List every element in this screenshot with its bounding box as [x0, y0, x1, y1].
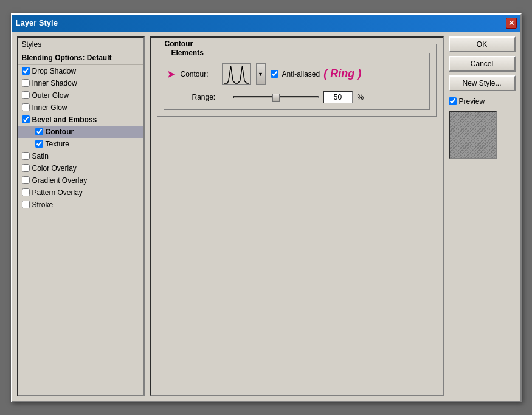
bevel-emboss-checkbox[interactable] — [22, 115, 30, 123]
right-panel: OK Cancel New Style... Preview — [449, 36, 516, 396]
drop-shadow-checkbox[interactable] — [22, 67, 30, 75]
contour-svg — [223, 64, 250, 84]
layer-item-outer-glow[interactable]: Outer Glow — [18, 89, 143, 101]
inner-shadow-checkbox[interactable] — [22, 79, 30, 87]
title-bar: Layer Style ✕ — [12, 15, 520, 32]
contour-checkbox[interactable] — [35, 128, 43, 135]
elements-group: Elements ➤ Contour: ▼ — [164, 53, 430, 110]
outer-glow-checkbox[interactable] — [22, 91, 30, 99]
inner-glow-label: Inner Glow — [32, 103, 67, 112]
percent-label: % — [358, 93, 364, 101]
cancel-button[interactable]: Cancel — [449, 56, 516, 72]
preview-section: Preview — [449, 97, 516, 159]
range-slider-thumb[interactable] — [272, 94, 280, 102]
color-overlay-label: Color Overlay — [32, 164, 77, 173]
dialog-body: Styles Blending Options: Default Drop Sh… — [12, 32, 520, 401]
bevel-emboss-label: Bevel and Emboss — [32, 115, 97, 124]
dialog-title: Layer Style — [16, 18, 58, 27]
close-button[interactable]: ✕ — [506, 18, 517, 29]
color-overlay-checkbox[interactable] — [22, 164, 30, 172]
stroke-label: Stroke — [32, 201, 54, 209]
layer-item-contour[interactable]: Contour — [18, 126, 143, 138]
range-slider-container — [233, 96, 319, 98]
preview-checkbox[interactable] — [449, 97, 457, 105]
layer-item-bevel-emboss[interactable]: Bevel and Emboss — [18, 114, 143, 126]
pattern-overlay-label: Pattern Overlay — [32, 188, 83, 197]
contour-row: ➤ Contour: ▼ — [170, 63, 423, 85]
svg-rect-0 — [223, 64, 250, 84]
texture-label: Texture — [46, 140, 69, 148]
ok-button[interactable]: OK — [449, 36, 516, 52]
preview-texture — [450, 112, 496, 158]
elements-group-legend: Elements — [169, 49, 206, 57]
gradient-overlay-checkbox[interactable] — [22, 176, 30, 184]
range-value-input[interactable] — [323, 91, 353, 103]
left-panel: Styles Blending Options: Default Drop Sh… — [17, 36, 145, 396]
layer-item-pattern-overlay[interactable]: Pattern Overlay — [18, 187, 143, 199]
contour-group: Contour Elements ➤ Contour: — [157, 44, 437, 117]
texture-checkbox[interactable] — [35, 140, 43, 148]
blending-options-item[interactable]: Blending Options: Default — [18, 51, 143, 65]
contour-label: Contour — [46, 128, 74, 136]
layer-item-texture[interactable]: Texture — [18, 138, 143, 150]
layer-item-stroke[interactable]: Stroke — [18, 199, 143, 211]
contour-preview[interactable] — [222, 63, 251, 85]
range-row: Range: % — [170, 91, 423, 103]
contour-field-label: Contour: — [181, 70, 217, 78]
range-slider-track[interactable] — [233, 96, 319, 98]
anti-alias-row: Anti-aliased ( Ring ) — [271, 67, 362, 80]
new-style-button[interactable]: New Style... — [449, 75, 516, 91]
gradient-overlay-label: Gradient Overlay — [32, 176, 88, 185]
layer-item-drop-shadow[interactable]: Drop Shadow — [18, 65, 143, 77]
ring-label: ( Ring ) — [323, 67, 361, 80]
drop-shadow-label: Drop Shadow — [32, 67, 77, 75]
layer-item-inner-glow[interactable]: Inner Glow — [18, 101, 143, 114]
satin-checkbox[interactable] — [22, 152, 30, 160]
preview-checkbox-row: Preview — [449, 97, 485, 106]
layer-item-gradient-overlay[interactable]: Gradient Overlay — [18, 174, 143, 187]
inner-glow-checkbox[interactable] — [22, 103, 30, 111]
pattern-overlay-checkbox[interactable] — [22, 188, 30, 196]
inner-shadow-label: Inner Shadow — [32, 79, 77, 87]
anti-alias-label: Anti-aliased — [282, 70, 320, 78]
styles-header: Styles — [18, 38, 143, 51]
outer-glow-label: Outer Glow — [32, 91, 69, 100]
contour-group-legend: Contour — [162, 39, 196, 48]
layer-item-inner-shadow[interactable]: Inner Shadow — [18, 77, 143, 89]
layer-style-dialog: Layer Style ✕ Styles Blending Options: D… — [11, 13, 522, 402]
stroke-checkbox[interactable] — [22, 201, 30, 208]
layer-item-satin[interactable]: Satin — [18, 150, 143, 162]
preview-label: Preview — [459, 97, 485, 106]
preview-box — [449, 111, 497, 159]
satin-label: Satin — [32, 152, 49, 160]
arrow-icon: ➤ — [167, 67, 176, 81]
layer-item-color-overlay[interactable]: Color Overlay — [18, 162, 143, 174]
center-panel: Contour Elements ➤ Contour: — [150, 36, 444, 396]
anti-alias-checkbox[interactable] — [271, 70, 278, 78]
range-field-label: Range: — [192, 93, 229, 101]
contour-dropdown-button[interactable]: ▼ — [256, 63, 266, 85]
